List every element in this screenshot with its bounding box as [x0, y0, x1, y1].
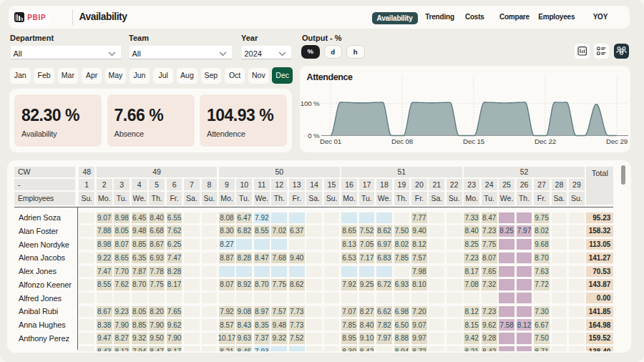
- svg-text:100 %: 100 %: [301, 99, 320, 107]
- svg-text:Dec 22: Dec 22: [535, 137, 556, 145]
- svg-text:Dec 01: Dec 01: [320, 137, 341, 145]
- svg-text:Dec 08: Dec 08: [391, 137, 414, 145]
- svg-text:Dec 29: Dec 29: [606, 137, 628, 145]
- svg-text:Dec 15: Dec 15: [463, 137, 485, 145]
- svg-text:0 %: 0 %: [308, 132, 320, 140]
